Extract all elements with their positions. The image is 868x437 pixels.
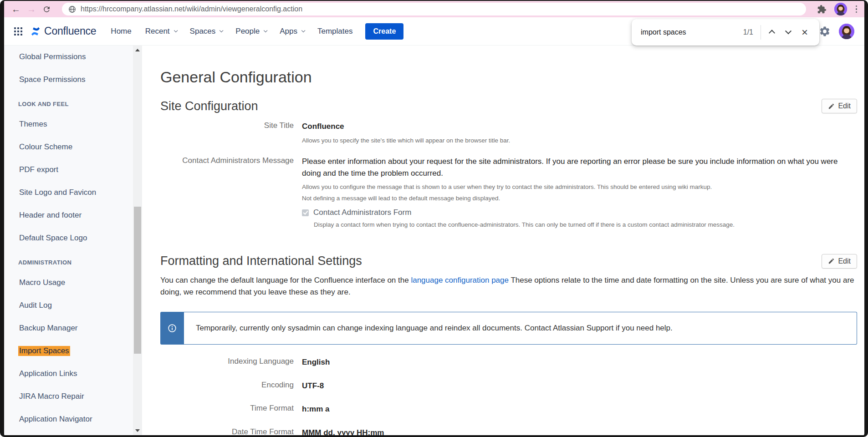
find-previous-button[interactable] [764, 24, 780, 41]
nav-item-apps[interactable]: Apps [280, 27, 304, 36]
reload-icon[interactable] [42, 5, 51, 14]
user-avatar[interactable] [839, 24, 854, 39]
site-config-edit-button[interactable]: Edit [822, 99, 857, 113]
site-configuration-heading: Site Configuration [160, 99, 822, 113]
header-actions [819, 24, 854, 39]
find-close-button[interactable]: × [797, 24, 813, 41]
nav-item-label: People [235, 27, 260, 36]
field-label: Indexing Language [160, 356, 294, 368]
chevron-down-icon [220, 28, 223, 32]
sidebar-item-colour-scheme[interactable]: Colour Scheme [18, 136, 133, 158]
sidebar-item-label: Application Links [18, 369, 78, 379]
url-bar[interactable]: https://hrccompany.atlassian.net/wiki/ad… [62, 3, 806, 15]
confluence-mark-icon [31, 26, 41, 36]
sidebar-item-label: Space Permissions [18, 75, 87, 85]
field-label: Time Format [160, 403, 294, 415]
formatting-heading: Formatting and International Settings [160, 254, 822, 268]
app-switcher-icon[interactable] [14, 27, 22, 36]
main-content: General Configuration Site Configuration… [142, 46, 864, 435]
nav-item-label: Recent [145, 27, 170, 36]
contact-admins-value: Please enter information about your requ… [302, 156, 857, 179]
formatting-rows: Indexing LanguageEnglishEncodingUTF-8Tim… [160, 356, 857, 435]
admin-sidebar: Global PermissionsSpace PermissionsLOOK … [4, 46, 133, 435]
info-note: Temporarily, currently only sysadmin can… [160, 312, 857, 345]
browser-profile-avatar[interactable] [834, 3, 847, 15]
nav-item-spaces[interactable]: Spaces [190, 27, 222, 36]
edit-button-label: Edit [838, 102, 851, 110]
browser-chrome: ← → https://hrccompany.atlassian.net/wik… [4, 1, 864, 17]
sidebar-item-import-spaces[interactable]: Import Spaces [18, 340, 133, 362]
field-value: h:mm a [302, 403, 857, 415]
scrollbar-thumb[interactable] [134, 207, 141, 354]
triangle-down-icon [135, 429, 140, 432]
scroll-down-button[interactable] [133, 427, 142, 434]
find-input[interactable]: import spaces [641, 28, 743, 36]
nav-item-home[interactable]: Home [111, 27, 131, 36]
sidebar-item-default-space-logo[interactable]: Default Space Logo [18, 227, 133, 249]
browser-window: ← → https://hrccompany.atlassian.net/wik… [0, 0, 868, 437]
formatting-edit-button[interactable]: Edit [822, 254, 857, 269]
sidebar-item-audit-log[interactable]: Audit Log [18, 294, 133, 317]
info-note-badge [160, 312, 184, 345]
extensions-icon[interactable] [817, 5, 827, 14]
sidebar-item-label: Backup Manager [18, 323, 79, 333]
find-next-button[interactable] [780, 24, 797, 41]
info-note-text: Temporarily, currently only sysadmin can… [184, 312, 857, 345]
sidebar-item-label: Site Logo and Favicon [18, 188, 97, 198]
field-label: Site Title [160, 121, 294, 145]
scroll-up-button[interactable] [133, 46, 142, 54]
nav-item-templates[interactable]: Templates [317, 27, 352, 36]
sidebar-item-themes[interactable]: Themes [18, 113, 133, 136]
chevron-down-icon [174, 28, 177, 32]
sidebar-item-application-navigator[interactable]: Application Navigator [18, 408, 133, 431]
sidebar-item-pdf-export[interactable]: PDF export [18, 158, 133, 181]
chevron-up-icon [769, 30, 775, 36]
find-match-count: 1/1 [743, 28, 753, 36]
info-icon [167, 323, 177, 333]
globe-icon [68, 5, 76, 13]
forward-icon[interactable]: → [27, 5, 36, 14]
sidebar-item-application-links[interactable]: Application Links [18, 362, 133, 385]
field-value: MMM dd, yyyy HH:mm [302, 427, 857, 435]
site-title-row: Site Title Confluence Allows you to spec… [160, 121, 857, 145]
sidebar-item-label: PDF export [18, 165, 59, 175]
sidebar-item-label: Header and footer [18, 210, 82, 220]
sidebar-item-label: Global Permissions [18, 52, 87, 62]
contact-admins-help-2: Not defining a message will lead to the … [302, 194, 857, 203]
nav-item-recent[interactable]: Recent [145, 27, 176, 36]
edit-button-label: Edit [838, 257, 851, 265]
sidebar-item-global-permissions[interactable]: Global Permissions [18, 46, 133, 68]
sidebar-item-label: Themes [18, 119, 48, 129]
chevron-down-icon [785, 28, 791, 34]
contact-admins-row: Contact Administrators Message Please en… [160, 156, 857, 229]
nav-item-people[interactable]: People [235, 27, 266, 36]
sidebar-nav: Global PermissionsSpace PermissionsLOOK … [18, 46, 133, 431]
field-value: UTF-8 [302, 380, 857, 392]
sidebar-section-look-and-feel: LOOK AND FEEL [18, 95, 133, 113]
browser-menu-icon[interactable] [855, 5, 858, 14]
find-divider [761, 25, 761, 40]
confluence-logo[interactable]: Confluence [31, 25, 96, 37]
form-row-time-format: Time Formath:mm a [160, 403, 857, 415]
chrome-actions [817, 3, 859, 15]
intro-text-before: You can change the default language for … [160, 276, 411, 285]
sidebar-item-label: JIRA Macro Repair [18, 391, 85, 401]
language-configuration-link[interactable]: language configuration page [411, 276, 509, 285]
contact-form-checkbox[interactable] [302, 209, 309, 216]
field-value: English [302, 356, 857, 368]
sidebar-item-space-permissions[interactable]: Space Permissions [18, 68, 133, 91]
sidebar-item-backup-manager[interactable]: Backup Manager [18, 317, 133, 340]
gear-icon[interactable] [819, 25, 831, 37]
sidebar-item-label: Import Spaces [18, 346, 70, 356]
field-label: Contact Administrators Message [160, 156, 294, 229]
back-icon[interactable]: ← [11, 5, 20, 14]
nav-item-label: Apps [280, 27, 297, 36]
sidebar-item-header-and-footer[interactable]: Header and footer [18, 204, 133, 227]
sidebar-item-label: Colour Scheme [18, 142, 73, 152]
sidebar-item-jira-macro-repair[interactable]: JIRA Macro Repair [18, 385, 133, 408]
contact-admins-help-1: Allows you to configure the message that… [302, 183, 857, 192]
sidebar-item-site-logo-and-favicon[interactable]: Site Logo and Favicon [18, 181, 133, 204]
sidebar-scrollbar[interactable] [133, 46, 142, 435]
create-button[interactable]: Create [365, 23, 403, 40]
sidebar-item-macro-usage[interactable]: Macro Usage [18, 271, 133, 294]
